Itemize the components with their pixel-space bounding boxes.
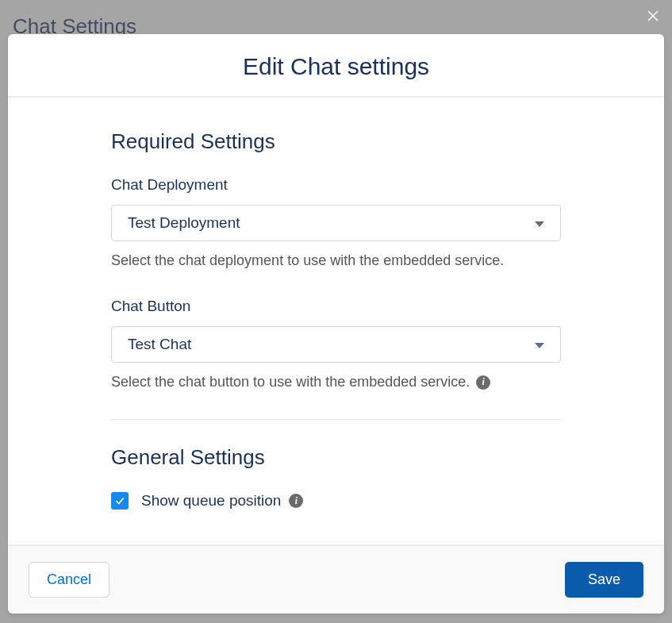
section-divider: [111, 419, 561, 420]
chat-deployment-field: Chat Deployment Test Deployment Select t…: [111, 176, 561, 269]
info-icon[interactable]: i: [476, 375, 490, 390]
chevron-down-icon: [535, 221, 544, 227]
general-settings-heading: General Settings: [111, 445, 561, 470]
info-icon[interactable]: i: [289, 494, 303, 508]
show-queue-position-checkbox[interactable]: [111, 492, 129, 510]
cancel-button[interactable]: Cancel: [29, 562, 109, 598]
chat-deployment-help: Select the chat deployment to use with t…: [111, 252, 561, 269]
close-icon[interactable]: [640, 3, 666, 29]
chevron-down-icon: [535, 343, 544, 348]
chat-button-help: Select the chat button to use with the e…: [111, 374, 561, 390]
chat-deployment-label: Chat Deployment: [111, 176, 561, 194]
chat-deployment-value: Test Deployment: [128, 214, 240, 232]
required-settings-heading: Required Settings: [111, 129, 561, 154]
edit-chat-settings-modal: Edit Chat settings Required Settings Cha…: [8, 34, 664, 613]
chat-button-select[interactable]: Test Chat: [111, 326, 561, 363]
modal-header: Edit Chat settings: [8, 34, 664, 98]
modal-footer: Cancel Save: [8, 544, 664, 613]
chat-deployment-select[interactable]: Test Deployment: [111, 205, 561, 241]
save-button[interactable]: Save: [565, 562, 643, 598]
show-queue-position-row: Show queue position i: [111, 492, 561, 510]
chat-button-field: Chat Button Test Chat Select the chat bu…: [111, 298, 561, 390]
modal-body: Required Settings Chat Deployment Test D…: [8, 98, 664, 544]
modal-title: Edit Chat settings: [8, 53, 664, 80]
chat-button-value: Test Chat: [128, 336, 191, 353]
show-queue-position-label: Show queue position i: [141, 492, 303, 510]
chat-button-label: Chat Button: [111, 298, 561, 315]
